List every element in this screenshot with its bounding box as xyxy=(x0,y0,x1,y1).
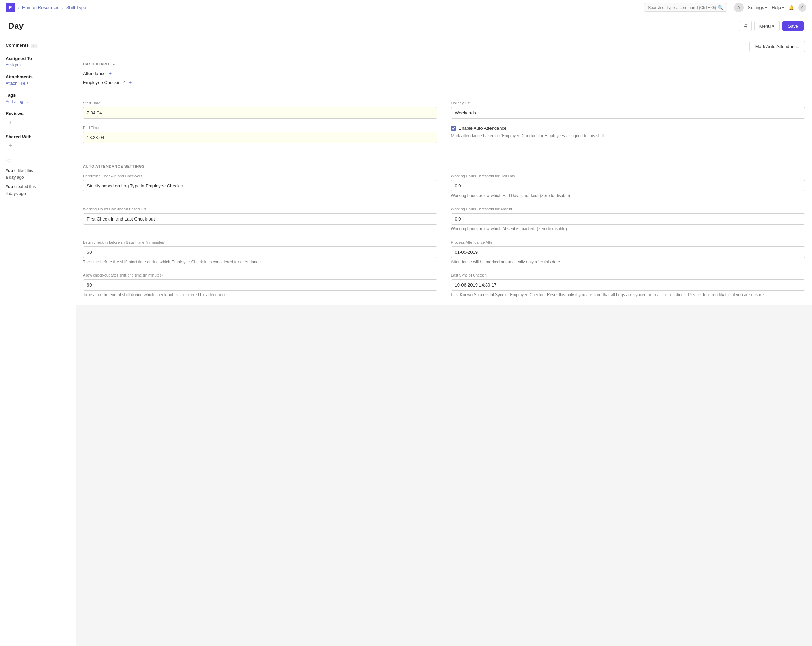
allow-checkout-input[interactable] xyxy=(83,279,437,291)
sidebar-tags: Tags Add a tag ... xyxy=(6,93,70,104)
end-time-label: End Time xyxy=(83,125,437,130)
enable-auto-attendance-checkbox[interactable] xyxy=(451,126,456,131)
employee-checkin-add-button[interactable]: + xyxy=(128,79,132,86)
user-avatar: A xyxy=(734,3,743,12)
search-input[interactable] xyxy=(648,5,716,10)
form-row-2: End Time Enable Auto Attendance Mark att… xyxy=(83,125,805,143)
auto-attendance-settings-section: AUTO ATTENDANCE SETTINGS Determine Check… xyxy=(76,157,812,305)
last-sync-desc: Last Known Successful Sync of Employee C… xyxy=(451,292,806,298)
mark-auto-attendance-button[interactable]: Mark Auto Attendance xyxy=(749,41,805,52)
auto-attendance-bar: Mark Auto Attendance xyxy=(76,37,812,57)
absent-threshold-input[interactable] xyxy=(451,213,806,224)
enable-auto-attendance-row: Enable Auto Attendance xyxy=(451,125,806,131)
page-wrapper: Day 🖨 Menu ▾ Save Comments 0 Assigned To xyxy=(0,15,812,646)
start-time-group: Start Time xyxy=(83,101,437,119)
enable-auto-attendance-desc: Mark attendance based on 'Employee Check… xyxy=(451,133,806,139)
sidebar-attachments: Attachments Attach File + xyxy=(6,74,70,86)
content-area: Comments 0 Assigned To Assign + Attachme… xyxy=(0,37,812,646)
start-time-input[interactable] xyxy=(83,107,437,119)
tags-label: Tags xyxy=(6,93,70,98)
process-attendance-input[interactable] xyxy=(451,246,806,258)
add-review-button[interactable]: + xyxy=(6,118,15,127)
activity-edited: You edited thisa day ago xyxy=(6,168,70,181)
half-day-threshold-input[interactable] xyxy=(451,180,806,191)
working-hours-calc-input[interactable] xyxy=(83,213,437,224)
employee-checkin-count: 4 xyxy=(123,80,125,85)
comments-label: Comments xyxy=(6,43,29,48)
end-time-input[interactable] xyxy=(83,132,437,143)
notif-count-badge: 0 xyxy=(798,3,806,12)
form-row-1: Start Time Holiday List xyxy=(83,101,805,119)
holiday-list-label: Holiday List xyxy=(451,101,806,105)
determine-checkin-input[interactable] xyxy=(83,180,437,191)
activity-created: You created this4 days ago xyxy=(6,183,70,197)
holiday-list-input[interactable] xyxy=(451,107,806,119)
page-header-actions: 🖨 Menu ▾ Save xyxy=(739,21,804,31)
app-icon: E xyxy=(6,3,15,12)
settings-grid: Determine Check-in and Check-out Working… xyxy=(83,174,805,298)
enable-auto-attendance-label: Enable Auto Attendance xyxy=(459,125,507,131)
half-day-threshold-desc: Working hours below which Half Day is ma… xyxy=(451,193,806,199)
process-attendance-label: Process Attendance After xyxy=(451,240,806,244)
breadcrumb-human-resources[interactable]: Human Resources xyxy=(22,5,60,10)
attendance-add-button[interactable]: + xyxy=(108,70,111,76)
start-time-label: Start Time xyxy=(83,101,437,105)
help-button[interactable]: Help ▾ xyxy=(772,5,785,10)
settings-button[interactable]: Settings ▾ xyxy=(748,5,768,10)
half-day-threshold-group: Working Hours Threshold for Half Day Wor… xyxy=(451,174,806,199)
form-section: Start Time Holiday List End Time xyxy=(76,94,812,157)
sidebar-reviews: Reviews + xyxy=(6,111,70,127)
holiday-list-group: Holiday List xyxy=(451,101,806,119)
absent-threshold-label: Working Hours Threshold for Absent xyxy=(451,207,806,211)
add-tag-button[interactable]: Add a tag ... xyxy=(6,99,70,104)
allow-checkout-group: Allow check-out after shift end time (in… xyxy=(83,273,437,298)
assign-button[interactable]: Assign + xyxy=(6,63,70,67)
begin-checkin-desc: The time before the shift start time dur… xyxy=(83,259,437,265)
breadcrumb-chevron-1: › xyxy=(18,5,19,10)
comments-count: 0 xyxy=(31,44,38,48)
begin-checkin-group: Begin check-in before shift start time (… xyxy=(83,240,437,265)
half-day-threshold-label: Working Hours Threshold for Half Day xyxy=(451,174,806,178)
employee-checkin-row: Employee Checkin 4 + xyxy=(83,79,805,86)
allow-checkout-label: Allow check-out after shift end time (in… xyxy=(83,273,437,277)
search-box[interactable]: 🔍 xyxy=(644,3,727,12)
like-icon[interactable]: ♡ xyxy=(6,157,70,165)
settings-chevron-icon: ▾ xyxy=(765,5,768,10)
help-chevron-icon: ▾ xyxy=(782,5,785,10)
begin-checkin-label: Begin check-in before shift start time (… xyxy=(83,240,437,244)
sidebar-assigned-to: Assigned To Assign + xyxy=(6,56,70,67)
bell-icon: 🔔 xyxy=(789,5,794,10)
menu-button[interactable]: Menu ▾ xyxy=(754,21,780,31)
working-hours-calc-label: Working Hours Calculation Based On xyxy=(83,207,437,211)
enable-auto-attendance-group: Enable Auto Attendance Mark attendance b… xyxy=(451,125,806,143)
determine-checkin-group: Determine Check-in and Check-out xyxy=(83,174,437,199)
attachments-label: Attachments xyxy=(6,74,70,79)
main-inner: Mark Auto Attendance DASHBOARD ▲ Attenda… xyxy=(76,37,812,305)
determine-checkin-label: Determine Check-in and Check-out xyxy=(83,174,437,178)
absent-threshold-desc: Working hours below which Absent is mark… xyxy=(451,226,806,232)
auto-attendance-settings-header: AUTO ATTENDANCE SETTINGS xyxy=(83,164,805,168)
allow-checkout-desc: Time after the end of shift during which… xyxy=(83,292,437,298)
sidebar-shared-with: Shared With + xyxy=(6,134,70,150)
search-icon: 🔍 xyxy=(717,5,723,10)
attach-file-button[interactable]: Attach File + xyxy=(6,81,70,86)
dashboard-collapse-icon[interactable]: ▲ xyxy=(112,62,116,66)
topnav-right: A Settings ▾ Help ▾ 🔔 0 xyxy=(734,3,806,12)
absent-threshold-group: Working Hours Threshold for Absent Worki… xyxy=(451,207,806,232)
employee-checkin-label: Employee Checkin xyxy=(83,80,120,85)
add-shared-button[interactable]: + xyxy=(6,141,15,150)
breadcrumb-shift-type[interactable]: Shift Type xyxy=(66,5,86,10)
begin-checkin-input[interactable] xyxy=(83,246,437,258)
shared-with-label: Shared With xyxy=(6,134,70,139)
dashboard-label: DASHBOARD xyxy=(83,62,109,66)
reviews-label: Reviews xyxy=(6,111,70,116)
sidebar: Comments 0 Assigned To Assign + Attachme… xyxy=(0,37,76,646)
topnav: E › Human Resources › Shift Type 🔍 A Set… xyxy=(0,0,812,15)
save-button[interactable]: Save xyxy=(782,21,804,31)
sidebar-comments: Comments 0 xyxy=(6,43,70,49)
end-time-group: End Time xyxy=(83,125,437,143)
page-title: Day xyxy=(8,21,23,31)
last-sync-input[interactable] xyxy=(451,279,806,291)
print-button[interactable]: 🖨 xyxy=(739,21,751,31)
notifications-button[interactable]: 🔔 xyxy=(789,5,794,10)
